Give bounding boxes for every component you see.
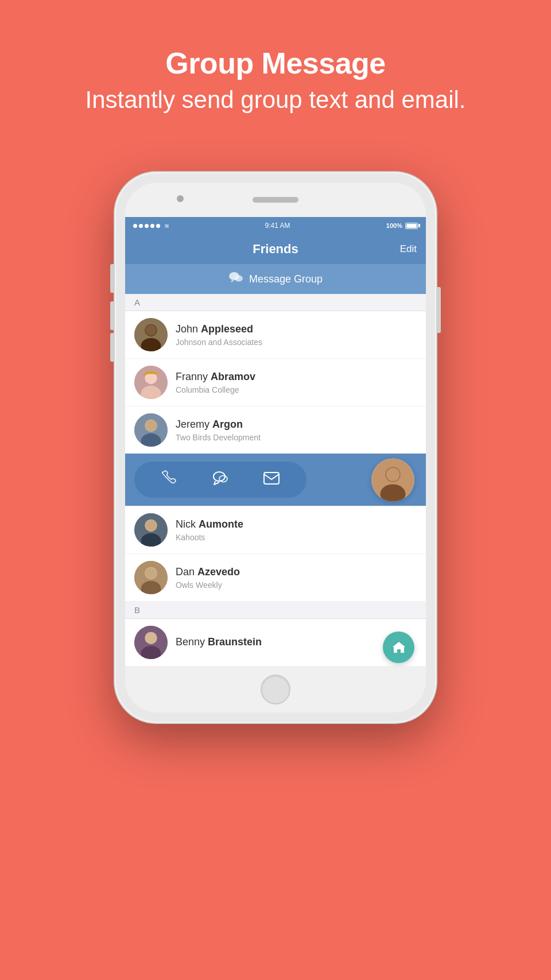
avatar-benny [134,626,168,659]
battery-icon [405,223,418,229]
section-header-b: B [125,602,426,619]
signal-icon [133,224,160,228]
battery-percent: 100% [386,222,402,229]
contact-item-benny[interactable]: Benny Braunstein [125,619,426,667]
nav-edit-button[interactable]: Edit [400,243,417,255]
contact-info-jeremy: Jeremy Argon Two Birds Development [176,418,417,441]
action-buttons-group [134,462,306,498]
svg-point-24 [145,520,156,531]
contact-info-dan: Dan Azevedo Owls Weekly [176,565,417,589]
avatar-john [134,318,168,351]
svg-point-6 [145,325,156,336]
svg-point-30 [145,632,157,644]
message-group-icon [228,271,243,287]
svg-point-20 [386,467,400,481]
nav-title: Friends [253,242,298,257]
wifi-icon: ≈ [165,222,169,230]
page-subtitle: Instantly send group text and email. [0,86,551,114]
avatar-dan [134,561,168,594]
avatar-jeremy [134,413,168,447]
message-group-bar[interactable]: Message Group [125,264,426,294]
contact-name-benny: Benny Braunstein [176,636,417,649]
contact-item-jeremy-wrapper: Jeremy Argon Two Birds Development [125,406,426,506]
message-group-label: Message Group [249,273,323,285]
avatar-franny [134,366,168,399]
phone-action-button[interactable] [161,470,177,490]
status-time: 9:41 AM [265,222,290,230]
contact-name-franny: Franny Abramov [176,370,417,384]
contact-info-benny: Benny Braunstein [176,636,417,649]
page-title: Group Message [0,46,551,80]
contact-item-franny[interactable]: Franny Abramov Columbia College [125,359,426,406]
contact-company-dan: Owls Weekly [176,580,417,590]
phone-screen: ≈ 9:41 AM 100% Friends Edit [125,217,426,667]
contact-item-john[interactable]: John Appleseed Johnson and Associates [125,311,426,359]
phone-camera [177,195,184,202]
phone-device: ≈ 9:41 AM 100% Friends Edit [115,172,436,723]
nav-bar-inner: Friends Edit [134,243,417,255]
svg-marker-2 [231,280,234,282]
svg-point-15 [219,476,227,482]
nav-bar: Friends Edit [125,234,426,264]
phone-speaker [253,197,298,203]
contact-info-franny: Franny Abramov Columbia College [176,370,417,394]
chat-action-button[interactable] [212,470,228,490]
contact-info-nick: Nick Aumonte Kahoots [176,518,417,541]
contact-name-nick: Nick Aumonte [176,518,417,531]
floating-avatar [371,458,414,501]
contact-company-nick: Kahoots [176,533,417,542]
contact-company-john: Johnson and Associates [176,338,417,347]
contact-name-jeremy: Jeremy Argon [176,418,417,431]
phone-top [125,183,426,217]
status-bar: ≈ 9:41 AM 100% [125,217,426,234]
status-right: 100% [386,222,418,229]
contact-item-jeremy[interactable]: Jeremy Argon Two Birds Development [125,406,426,454]
phone-bottom [125,667,426,712]
status-left: ≈ [133,222,169,230]
jeremy-action-row [125,454,426,506]
contact-name-dan: Dan Azevedo [176,565,417,579]
contact-list: John Appleseed Johnson and Associates [125,311,426,667]
svg-point-1 [235,276,243,282]
email-action-button[interactable] [263,471,280,489]
header-section: Group Message Instantly send group text … [0,0,551,137]
contact-info-john: John Appleseed Johnson and Associates [176,323,417,346]
contact-item-nick[interactable]: Nick Aumonte Kahoots [125,506,426,554]
battery-fill [406,224,417,228]
svg-point-13 [145,420,156,431]
svg-point-28 [145,568,156,579]
contact-name-john: John Appleseed [176,323,417,336]
section-header-a: A [125,294,426,311]
home-icon [391,640,406,655]
avatar-nick [134,513,168,547]
contact-company-jeremy: Two Birds Development [176,433,417,442]
contact-company-franny: Columbia College [176,385,417,394]
home-fab-button[interactable] [383,632,414,663]
home-button[interactable] [261,675,290,704]
contact-item-dan[interactable]: Dan Azevedo Owls Weekly [125,554,426,602]
svg-rect-16 [264,472,279,484]
phone-shell: ≈ 9:41 AM 100% Friends Edit [115,172,436,723]
